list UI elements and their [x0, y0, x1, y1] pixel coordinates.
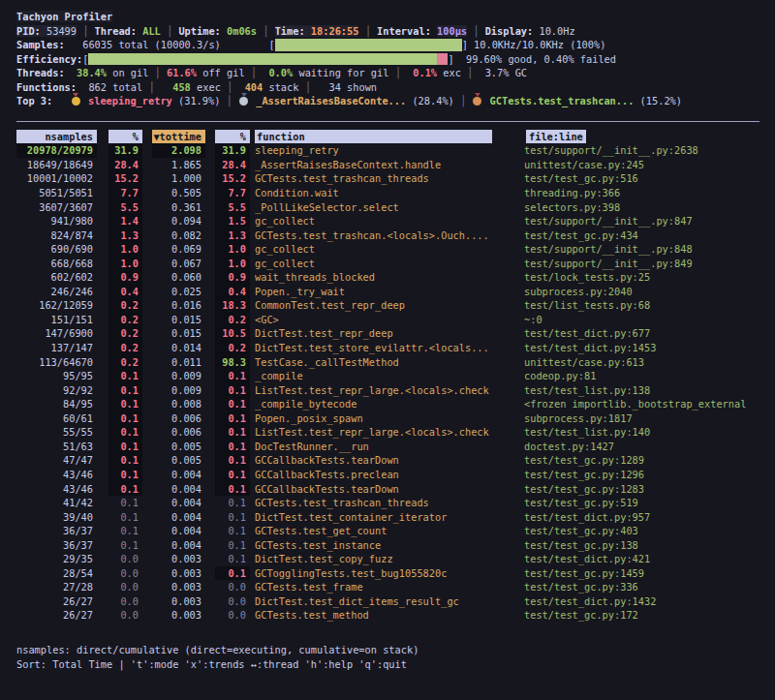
tottime-cell: 0.067 — [152, 257, 205, 271]
column-header-direct-pct[interactable]: % — [108, 130, 142, 144]
direct-pct-cell: 0.1 — [108, 496, 142, 510]
direct-pct-cell: 0.1 — [108, 411, 142, 426]
cumulative-pct-cell: 98.3 — [215, 355, 250, 370]
fileline-cell: test/test_gc.py:1283 — [524, 482, 760, 497]
text-segment: waiting for gil — [293, 67, 394, 78]
table-row[interactable]: 28/540.00.0030.1GCTogglingTests.test_bug… — [16, 566, 760, 581]
function-cell: ListTest.test_repr_large.<locals>.check — [255, 425, 490, 440]
column-header-function[interactable]: function — [255, 130, 492, 144]
direct-pct-cell: 0.1 — [108, 383, 142, 398]
tottime-cell: 0.004 — [152, 538, 205, 553]
direct-pct-cell: 0.1 — [108, 425, 142, 440]
legend-line: nsamples: direct/cumulative (direct=exec… — [16, 643, 760, 657]
table-row[interactable]: 137/1470.20.0140.2DictTest.test_store_ev… — [16, 341, 760, 355]
nsamples-cell: 151/151 — [16, 313, 97, 327]
direct-pct-cell: 0.1 — [108, 524, 142, 538]
column-header-nsamples[interactable]: nsamples — [16, 130, 97, 144]
table-row[interactable]: 3607/36075.50.3615.5_PollLikeSelector.se… — [16, 200, 760, 215]
fileline-cell: test/test_dict.py:957 — [524, 510, 760, 525]
tottime-cell: 0.011 — [152, 355, 205, 370]
nsamples-cell: 18649/18649 — [16, 158, 97, 172]
fileline-cell: test/test_gc.py:403 — [524, 524, 760, 538]
text-segment: stack — [263, 81, 304, 93]
text-segment: 0.1% — [413, 67, 437, 78]
text-segment: 53499 — [46, 25, 77, 37]
direct-pct-cell: 0.1 — [108, 468, 142, 482]
table-row[interactable]: 5051/50517.70.5057.7Condition.waitthread… — [16, 186, 760, 200]
table-row[interactable]: 41/420.10.0040.1GCTests.test_trashcan_th… — [16, 496, 760, 510]
text-segment: 0.0% — [268, 67, 293, 78]
table-row[interactable]: 113/646700.20.01198.3TestCase._callTestM… — [16, 355, 760, 370]
table-row[interactable]: 92/920.10.0090.1ListTest.test_repr_large… — [16, 383, 760, 398]
column-header-fileline[interactable]: file:line — [526, 130, 586, 144]
text-segment — [232, 81, 244, 93]
text-segment: 61.6% — [167, 67, 197, 78]
table-row[interactable]: 690/6901.00.0691.0gc_collecttest/support… — [16, 242, 760, 257]
samples-rate: ] 10.0KHz/10.0KHz (100%) — [462, 39, 606, 50]
text-segment: on gil — [107, 67, 155, 78]
fileline-cell: test/test_gc.py:434 — [524, 228, 760, 243]
table-row[interactable]: 36/370.10.0040.1GCTests.test_instancetes… — [16, 538, 760, 553]
nsamples-cell: 10001/10002 — [16, 171, 97, 186]
table-row[interactable]: 26/270.00.0030.0GCTests.test_methodtest/… — [16, 608, 760, 623]
fileline-cell: <frozen importlib._bootstrap_external — [524, 397, 760, 411]
column-header-cumulative-pct[interactable]: % — [215, 130, 250, 144]
table-row[interactable]: 95/950.10.0090.1_compilecodeop.py:81 — [16, 369, 760, 383]
table-row[interactable]: 18649/1864928.41.86528.4_AssertRaisesBas… — [16, 158, 760, 172]
fileline-cell: test/test_gc.py:1459 — [524, 566, 760, 581]
cumulative-pct-cell: 0.1 — [215, 496, 250, 510]
function-cell: DictTest.test_store_evilattr.<locals... — [255, 341, 490, 355]
nsamples-cell: 29/35 — [16, 552, 97, 566]
samples-progress-bar — [275, 39, 462, 51]
table-row[interactable]: 246/2460.40.0250.4Popen._try_waitsubproc… — [16, 285, 760, 299]
tachyon-profiler-terminal: Tachyon Profiler PID: 53499 │ Thread: AL… — [0, 0, 775, 700]
column-header-tottime-sorted[interactable]: ▼tottime — [152, 130, 205, 144]
text-segment: ] — [462, 39, 474, 50]
table-row[interactable]: 36/370.10.0040.1GCTests.test_get_countte… — [16, 524, 760, 538]
fileline-cell: test/test_dict.py:421 — [524, 552, 760, 566]
table-row[interactable]: 55/550.10.0060.1ListTest.test_repr_large… — [16, 425, 760, 440]
table-row[interactable]: 39/400.10.0040.1DictTest.test_container_… — [16, 510, 760, 525]
fileline-cell: test/test_gc.py:172 — [524, 608, 760, 623]
nsamples-cell: 20978/20979 — [16, 143, 97, 158]
nsamples-cell: 36/37 — [16, 538, 97, 553]
function-cell: DictTest.test_copy_fuzz — [255, 552, 490, 566]
table-row[interactable]: 27/280.00.0030.0GCTests.test_frametest/t… — [16, 580, 760, 594]
fileline-cell: test/test_gc.py:1296 — [524, 468, 760, 482]
table-row[interactable]: 51/630.10.0050.1DocTestRunner.__rundocte… — [16, 440, 760, 454]
table-row[interactable]: 43/460.10.0040.1GCCallbackTests.tearDown… — [16, 482, 760, 497]
table-row[interactable]: 602/6020.90.0600.9wait_threads_blockedte… — [16, 270, 760, 285]
nsamples-cell: 602/602 — [16, 270, 97, 285]
cumulative-pct-cell: 15.2 — [215, 171, 250, 186]
function-cell: GCTests.test_method — [255, 608, 490, 623]
table-row[interactable]: 941/9801.40.0941.5gc_collecttest/support… — [16, 214, 760, 228]
table-row[interactable]: 147/69000.20.01510.5DictTest.test_repr_d… — [16, 326, 760, 341]
table-row[interactable]: 84/950.10.0080.1_compile_bytecode<frozen… — [16, 397, 760, 411]
nsamples-cell: 47/47 — [16, 453, 97, 468]
cumulative-pct-cell: 0.4 — [215, 285, 250, 299]
top3-line: Top 3: sleeping_retry (31.9%) │ _AssertR… — [16, 94, 760, 108]
nsamples-cell: 26/27 — [16, 594, 97, 609]
tottime-cell: 0.009 — [152, 369, 205, 383]
direct-pct-cell: 0.2 — [108, 326, 142, 341]
text-segment: (15.2%) — [634, 95, 682, 107]
table-row[interactable]: 47/470.10.0050.1GCCallbackTests.tearDown… — [16, 453, 760, 468]
fileline-cell: test/test_gc.py:519 — [524, 496, 760, 510]
tottime-cell: 0.015 — [152, 313, 205, 327]
text-segment — [232, 95, 238, 107]
table-row[interactable]: 20978/2097931.92.09831.9sleeping_retryte… — [16, 143, 760, 158]
table-row[interactable]: 162/120590.20.01618.3CommonTest.test_rep… — [16, 298, 760, 313]
table-row[interactable]: 151/1510.20.0150.2<GC>~:0 — [16, 313, 760, 327]
nsamples-cell: 55/55 — [16, 425, 97, 440]
table-row[interactable]: 43/460.10.0040.1GCCallbackTests.preclean… — [16, 468, 760, 482]
table-row[interactable]: 26/270.00.0030.0DictTest.test_dict_items… — [16, 594, 760, 609]
tottime-cell: 0.505 — [152, 186, 205, 200]
app-title-line: Tachyon Profiler — [16, 10, 760, 24]
table-row[interactable]: 29/350.00.0030.1DictTest.test_copy_fuzzt… — [16, 552, 760, 566]
table-row[interactable]: 668/6681.00.0671.0gc_collecttest/support… — [16, 257, 760, 271]
efficiency-stats: ] 99.60% good, 0.40% failed — [448, 53, 616, 65]
fileline-cell: unittest/case.py:245 — [524, 158, 760, 172]
table-row[interactable]: 60/610.10.0060.1Popen._posix_spawnsubpro… — [16, 411, 760, 426]
table-row[interactable]: 824/8741.30.0821.3GCTests.test_trashcan.… — [16, 228, 760, 243]
table-row[interactable]: 10001/1000215.21.00015.2GCTests.test_tra… — [16, 171, 760, 186]
